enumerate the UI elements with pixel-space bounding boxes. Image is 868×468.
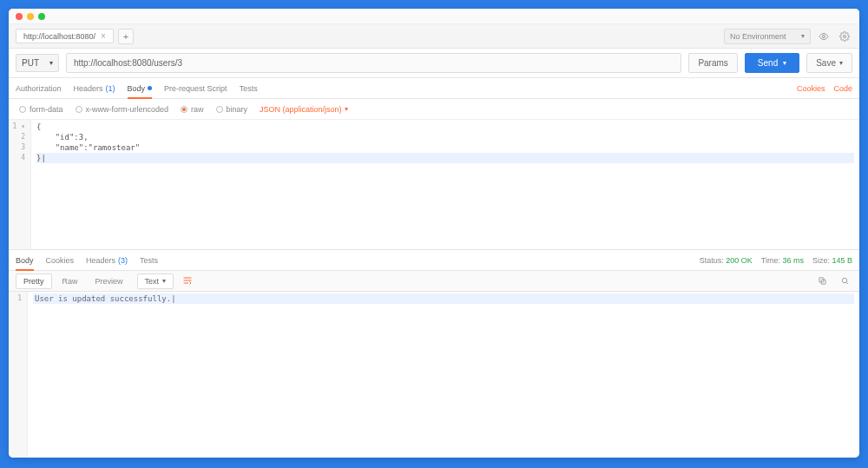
chevron-down-icon: ▾ bbox=[839, 59, 843, 67]
size-value: 145 B bbox=[832, 256, 852, 265]
view-pretty[interactable]: Pretty bbox=[16, 274, 52, 289]
response-status-bar: Status: 200 OK Time: 36 ms Size: 145 B bbox=[700, 256, 852, 265]
line-number: 2 bbox=[9, 132, 25, 142]
tab-strip: http://localhost:8080/ × + No Environmen… bbox=[9, 24, 859, 49]
svg-point-7 bbox=[842, 278, 847, 283]
line-number: 1 bbox=[9, 293, 22, 304]
send-button[interactable]: Send ▾ bbox=[745, 53, 799, 73]
response-section-tabs: Body Cookies Headers (3) Tests Status: 2… bbox=[9, 250, 859, 271]
radio-icon bbox=[19, 106, 26, 113]
response-tab-tests[interactable]: Tests bbox=[140, 252, 158, 269]
response-tab-body[interactable]: Body bbox=[16, 252, 34, 271]
size-label: Size: 145 B bbox=[812, 256, 852, 265]
close-tab-icon[interactable]: × bbox=[101, 31, 106, 41]
line-number: 3 bbox=[9, 142, 25, 153]
chevron-down-icon: ▾ bbox=[801, 32, 805, 40]
line-number: 1 ▾ bbox=[9, 122, 25, 132]
chevron-down-icon: ▾ bbox=[345, 105, 348, 113]
response-view-toolbar: Pretty Raw Preview Text ▾ bbox=[9, 271, 859, 292]
response-gutter: 1 bbox=[9, 292, 28, 458]
wrap-lines-icon[interactable] bbox=[182, 275, 193, 287]
radio-label: raw bbox=[191, 105, 204, 114]
code-line: "id":3, bbox=[36, 132, 854, 142]
line-number: 4 bbox=[9, 153, 25, 163]
tab-body-label: Body bbox=[128, 84, 146, 93]
unsaved-indicator-icon bbox=[148, 86, 152, 90]
radio-label: x-www-form-urlencoded bbox=[86, 105, 169, 114]
view-raw[interactable]: Raw bbox=[56, 274, 85, 288]
http-method-label: PUT bbox=[22, 58, 39, 68]
tab-tests[interactable]: Tests bbox=[240, 80, 258, 97]
chevron-down-icon: ▾ bbox=[162, 277, 166, 285]
response-tab-cookies[interactable]: Cookies bbox=[46, 252, 75, 269]
radio-form-data[interactable]: form-data bbox=[19, 105, 63, 114]
response-format-select[interactable]: Text ▾ bbox=[137, 274, 174, 289]
chevron-down-icon: ▾ bbox=[783, 59, 786, 67]
http-method-select[interactable]: PUT ▾ bbox=[16, 54, 59, 72]
copy-response-icon[interactable] bbox=[814, 274, 830, 289]
send-button-label: Send bbox=[758, 58, 778, 68]
request-bar: PUT ▾ Params Send ▾ Save ▾ bbox=[9, 49, 859, 78]
window-titlebar bbox=[9, 9, 859, 24]
maximize-window-button[interactable] bbox=[38, 13, 45, 20]
search-response-icon[interactable] bbox=[837, 274, 852, 289]
request-body-editor[interactable]: 1 ▾ 2 3 4 { "id":3, "name":"ramostear" }… bbox=[9, 120, 859, 250]
radio-label: binary bbox=[227, 105, 248, 114]
status-value: 200 OK bbox=[726, 256, 753, 265]
code-link[interactable]: Code bbox=[833, 84, 852, 93]
response-format-label: Text bbox=[145, 277, 160, 286]
close-window-button[interactable] bbox=[16, 13, 23, 20]
app-window: http://localhost:8080/ × + No Environmen… bbox=[9, 9, 859, 458]
tab-headers[interactable]: Headers (1) bbox=[74, 80, 115, 97]
code-line: { bbox=[36, 122, 854, 132]
save-button[interactable]: Save ▾ bbox=[806, 53, 852, 73]
request-tab-label: http://localhost:8080/ bbox=[23, 32, 95, 41]
cookies-link[interactable]: Cookies bbox=[797, 84, 825, 93]
status-label: Status: 200 OK bbox=[700, 256, 753, 265]
radio-icon bbox=[216, 106, 223, 113]
radio-label: form-data bbox=[30, 105, 63, 114]
svg-line-8 bbox=[846, 282, 848, 284]
environment-quicklook-icon[interactable] bbox=[816, 29, 832, 44]
svg-point-0 bbox=[823, 35, 825, 37]
minimize-window-button[interactable] bbox=[27, 13, 34, 20]
code-line: "name":"ramostear" bbox=[36, 142, 854, 153]
environment-select[interactable]: No Environment ▾ bbox=[724, 29, 811, 44]
settings-icon[interactable] bbox=[837, 29, 852, 44]
response-tab-headers[interactable]: Headers (3) bbox=[86, 252, 128, 269]
response-line: User is updated successfully.| bbox=[33, 293, 854, 304]
content-type-select[interactable]: JSON (application/json) ▾ bbox=[260, 105, 348, 114]
time-value: 36 ms bbox=[782, 256, 804, 265]
radio-raw[interactable]: raw bbox=[181, 105, 204, 114]
tab-headers-label: Headers bbox=[74, 84, 103, 93]
svg-point-1 bbox=[844, 35, 846, 37]
editor-gutter: 1 ▾ 2 3 4 bbox=[9, 120, 31, 249]
editor-content[interactable]: { "id":3, "name":"ramostear" }| bbox=[31, 120, 859, 249]
content-type-label: JSON (application/json) bbox=[260, 105, 342, 114]
url-input[interactable] bbox=[66, 53, 681, 73]
params-button[interactable]: Params bbox=[688, 53, 737, 73]
tab-prerequest-script[interactable]: Pre-request Script bbox=[164, 80, 227, 97]
time-label: Time: 36 ms bbox=[761, 256, 804, 265]
code-line: }| bbox=[36, 153, 854, 163]
tab-authorization[interactable]: Authorization bbox=[16, 80, 62, 97]
radio-xwww[interactable]: x-www-form-urlencoded bbox=[76, 105, 169, 114]
tab-headers-count: (1) bbox=[106, 84, 115, 93]
response-body-viewer[interactable]: 1 User is updated successfully.| bbox=[9, 292, 859, 458]
environment-label: No Environment bbox=[730, 32, 786, 41]
response-tab-headers-label: Headers bbox=[86, 256, 115, 265]
body-type-row: form-data x-www-form-urlencoded raw bina… bbox=[9, 99, 859, 120]
response-tab-headers-count: (3) bbox=[118, 256, 128, 265]
request-section-tabs: Authorization Headers (1) Body Pre-reque… bbox=[9, 78, 859, 99]
chevron-down-icon: ▾ bbox=[49, 59, 53, 67]
request-tab[interactable]: http://localhost:8080/ × bbox=[16, 29, 114, 43]
radio-binary[interactable]: binary bbox=[216, 105, 248, 114]
save-button-label: Save bbox=[816, 58, 836, 68]
add-tab-button[interactable]: + bbox=[118, 29, 134, 44]
radio-icon bbox=[76, 106, 82, 113]
radio-icon bbox=[181, 106, 187, 113]
response-content: User is updated successfully.| bbox=[28, 292, 859, 458]
tab-body[interactable]: Body bbox=[128, 80, 153, 99]
view-preview[interactable]: Preview bbox=[89, 274, 130, 288]
